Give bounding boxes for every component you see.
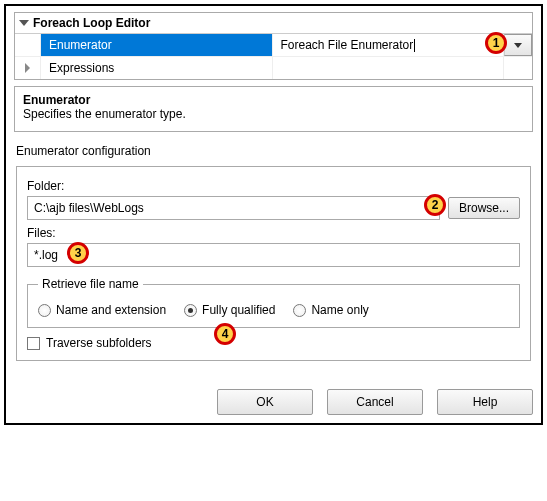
grid-header[interactable]: Foreach Loop Editor [15,13,532,33]
dialog-root: Foreach Loop Editor Enumerator Foreach F… [4,4,543,425]
grid-title: Foreach Loop Editor [33,16,150,30]
radio-name-only[interactable]: Name only [293,303,368,317]
retrieve-fieldset: Retrieve file name Name and extension Fu… [27,277,520,328]
description-title: Enumerator [23,93,90,107]
chevron-down-icon [514,43,522,48]
radio-icon [38,304,51,317]
radio-name-and-extension[interactable]: Name and extension [38,303,166,317]
row-enumerator-name: Enumerator [41,34,273,56]
annotation-1: 1 [485,32,507,54]
folder-label: Folder: [27,179,520,193]
row-enumerator[interactable]: Enumerator Foreach File Enumerator 1 [15,34,532,56]
description-text: Specifies the enumerator type. [23,107,524,121]
row-expressions-name: Expressions [41,57,273,79]
config-title: Enumerator configuration [16,144,531,158]
retrieve-legend: Retrieve file name [38,277,143,291]
property-grid: Foreach Loop Editor Enumerator Foreach F… [14,12,533,80]
traverse-checkbox-row[interactable]: Traverse subfolders [27,336,520,350]
config-fieldset: Folder: 2 Browse... Files: 3 Retrieve fi… [16,166,531,361]
row-expressions[interactable]: Expressions [15,56,532,79]
config-section: Enumerator configuration Folder: 2 Brows… [14,144,533,361]
files-label: Files: [27,226,520,240]
checkbox-icon [27,337,40,350]
radio-icon [184,304,197,317]
ok-button[interactable]: OK [217,389,313,415]
folder-input[interactable] [27,196,440,220]
expand-icon[interactable] [25,63,30,73]
annotation-2: 2 [424,194,446,216]
radio-fully-qualified[interactable]: Fully qualified [184,303,275,317]
collapse-icon [19,20,29,26]
help-button[interactable]: Help [437,389,533,415]
traverse-label: Traverse subfolders [46,336,152,350]
cancel-button[interactable]: Cancel [327,389,423,415]
browse-button[interactable]: Browse... [448,197,520,219]
row-expressions-value[interactable] [273,57,505,79]
dialog-buttons: OK Cancel Help [14,389,533,415]
radio-icon [293,304,306,317]
row-enumerator-value[interactable]: Foreach File Enumerator 1 [273,34,505,56]
files-input[interactable] [27,243,520,267]
enumerator-dropdown-button[interactable] [504,34,532,56]
description-panel: Enumerator Specifies the enumerator type… [14,86,533,132]
